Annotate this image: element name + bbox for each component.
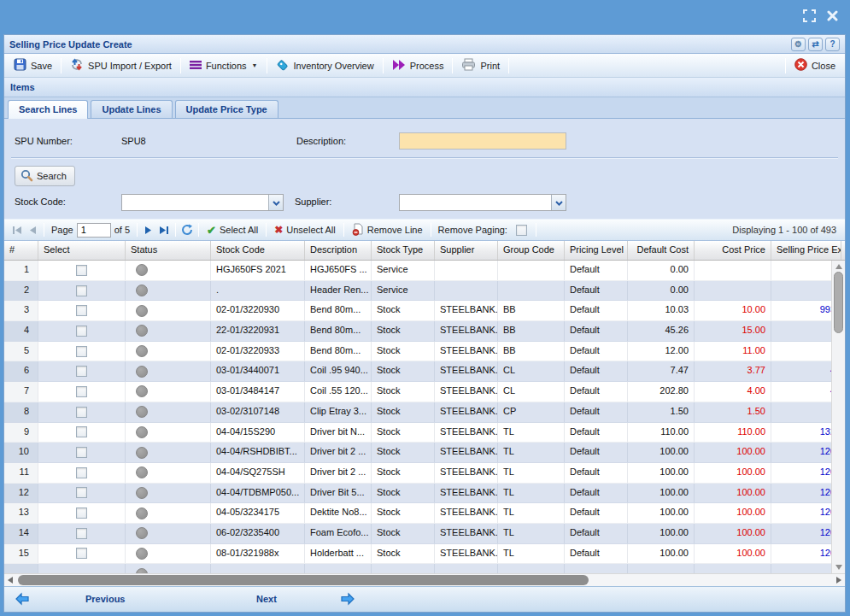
window-close-icon[interactable] [825,9,840,23]
page-number-input[interactable] [77,223,111,238]
table-row[interactable]: 803-02/3107148Clip Etray 3...StockSTEELB… [4,402,841,423]
cell-select[interactable] [38,463,126,483]
next-arrow-icon[interactable] [340,592,355,607]
cell-select[interactable] [38,484,126,503]
column-header-supplier[interactable]: Supplier [435,241,498,260]
description-field[interactable] [399,132,566,150]
supplier-combo[interactable] [399,194,566,211]
row-checkbox[interactable] [76,285,87,296]
search-button[interactable]: Search [15,166,75,186]
help-icon[interactable]: ? [825,38,840,51]
first-page-icon[interactable] [10,223,24,237]
table-row[interactable]: 1304-05/3234175Dektite No8...StockSTEELB… [4,503,841,524]
cell-select[interactable] [38,564,126,573]
row-checkbox[interactable] [76,326,87,337]
cell-select[interactable] [38,301,126,320]
inventory-overview-button[interactable]: Inventory Overview [270,56,380,76]
row-checkbox[interactable] [76,366,87,377]
table-row[interactable]: 1HGJ650FS 2021HGJ650FS ...ServiceDefault… [4,261,841,281]
cell-select[interactable] [38,342,126,361]
row-checkbox[interactable] [76,386,87,397]
spu-import-export-button[interactable]: SPU Import / Export [64,56,178,75]
cell-select[interactable] [38,503,126,523]
tab-update-lines[interactable]: Update Lines [91,100,172,118]
table-row[interactable]: 422-01/3220931Bend 80m...StockSTEELBANK.… [4,321,841,342]
column-header-group_code[interactable]: Group Code [498,241,565,260]
column-header-pricing_level[interactable]: Pricing Level [565,241,628,260]
stock-code-combo[interactable] [121,194,284,211]
row-checkbox[interactable] [76,346,87,357]
stock-code-input[interactable] [122,195,268,210]
cell-select[interactable] [38,321,126,341]
column-header-cost_price[interactable]: Cost Price [695,241,771,260]
cell-select[interactable] [38,544,126,564]
close-button[interactable]: Close [788,56,841,75]
column-header-selling_price[interactable]: Selling Price Excl [771,241,841,260]
table-row[interactable]: 904-04/15S290Driver bit N...StockSTEELBA… [4,423,841,443]
row-checkbox[interactable] [76,467,87,478]
cell-select[interactable] [38,281,126,301]
select-all-button[interactable]: ✔ Select All [202,222,262,238]
row-checkbox[interactable] [76,447,87,458]
column-header-stock_type[interactable]: Stock Type [372,241,435,260]
table-row[interactable]: 302-01/3220930Bend 80m...StockSTEELBANK.… [4,301,841,321]
cell-select[interactable] [38,524,126,543]
scroll-left-icon[interactable] [8,577,13,584]
row-checkbox[interactable] [76,407,87,418]
cell-select[interactable] [38,443,126,462]
cell-select[interactable] [38,261,126,280]
row-checkbox[interactable] [76,528,87,539]
save-button[interactable]: Save [8,56,58,75]
supplier-input[interactable] [400,195,551,210]
previous-page-icon[interactable] [26,223,39,237]
row-checkbox[interactable] [76,507,87,519]
column-header-description[interactable]: Description [305,241,372,260]
remove-paging-checkbox[interactable] [516,225,527,236]
row-checkbox[interactable] [76,426,87,437]
vertical-scrollbar-thumb[interactable] [834,272,843,333]
next-page-icon[interactable] [142,223,155,237]
scroll-down-icon[interactable] [835,565,842,570]
table-row[interactable]: 1508-01/321988xHolderbatt ...StockSTEELB… [4,544,841,565]
cell-select[interactable] [38,423,126,443]
print-button[interactable]: Print [455,56,506,75]
cell-select[interactable] [38,382,126,402]
stock-code-dropdown-button[interactable] [268,195,283,210]
scroll-up-icon[interactable] [835,264,842,269]
table-row[interactable]: 603-01/3440071Coil .95 940...StockSTEELB… [4,361,841,382]
column-header-default_cost[interactable]: Default Cost [628,241,695,260]
table-row[interactable]: 1406-02/3235400Foam Ecofo...StockSTEELBA… [4,524,841,544]
table-row[interactable]: 2.Header Ren...ServiceDefault0.00 [4,281,841,302]
next-button[interactable]: Next [256,594,277,604]
process-button[interactable]: Process [386,56,450,75]
column-header-num[interactable]: # [4,241,38,260]
table-row[interactable]: 1204-04/TDBMP050...Driver Bit 5...StockS… [4,484,841,504]
row-checkbox[interactable] [76,265,87,276]
previous-button[interactable]: Previous [85,594,125,604]
horizontal-scrollbar-thumb[interactable] [18,575,589,585]
row-checkbox[interactable] [76,487,87,498]
tab-update-price-type[interactable]: Update Price Type [175,100,278,118]
gear-icon[interactable]: ⚙ [791,38,806,51]
row-checkbox[interactable] [76,548,87,559]
row-checkbox[interactable] [76,305,87,316]
cell-select[interactable] [38,402,126,422]
table-row[interactable]: 1104-04/SQ275SHDriver bit 2 ...StockSTEE… [4,463,841,484]
supplier-dropdown-button[interactable] [551,195,566,210]
remove-line-button[interactable]: Remove Line [348,221,427,239]
table-row[interactable]: 703-01/3484147Coil .55 120...StockSTEELB… [4,382,841,402]
table-row[interactable] [4,564,841,573]
functions-menu-button[interactable]: Functions ▼ [184,57,264,74]
cell-select[interactable] [38,361,126,381]
previous-arrow-icon[interactable] [15,592,30,607]
column-header-status[interactable]: Status [126,241,211,260]
tab-search-lines[interactable]: Search Lines [8,100,88,119]
refresh-icon[interactable] [180,223,194,237]
table-row[interactable]: 502-01/3220933Bend 80m...StockSTEELBANK.… [4,342,841,362]
table-row[interactable]: 1004-04/RSHDBIBT...Driver bit 2 ...Stock… [4,443,841,463]
vertical-scrollbar[interactable] [831,261,845,573]
unselect-all-button[interactable]: ✖ Unselect All [270,222,340,238]
horizontal-scrollbar[interactable] [4,573,845,586]
last-page-icon[interactable] [157,223,171,237]
column-header-select[interactable]: Select [38,241,126,260]
